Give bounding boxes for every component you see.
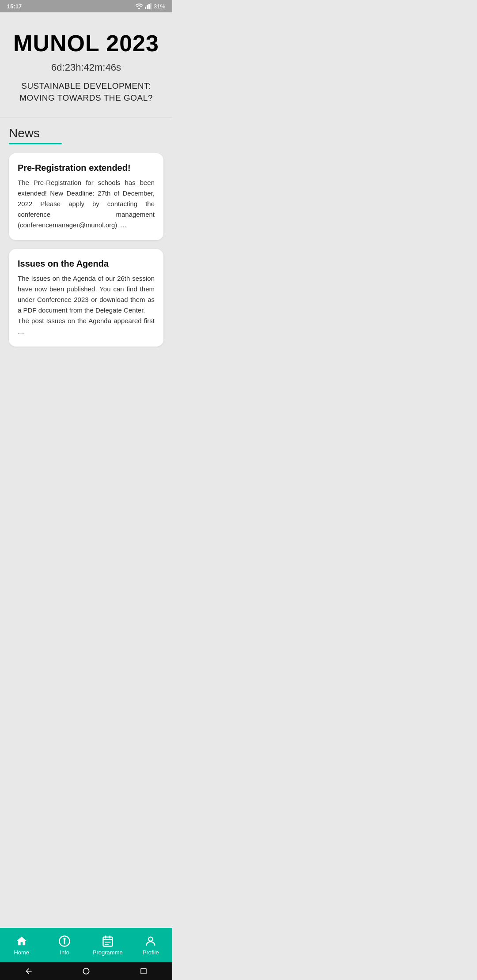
status-icons: 31% bbox=[135, 3, 165, 10]
divider bbox=[0, 117, 172, 117]
news-card-2[interactable]: Issues on the Agenda The Issues on the A… bbox=[9, 249, 163, 347]
svg-rect-3 bbox=[150, 3, 151, 9]
news-card-2-title: Issues on the Agenda bbox=[18, 259, 155, 269]
news-underline bbox=[9, 143, 62, 144]
svg-rect-0 bbox=[145, 7, 146, 9]
svg-rect-2 bbox=[148, 4, 150, 9]
app-title: MUNOL 2023 bbox=[9, 30, 163, 57]
news-card-1-title: Pre-Registration extended! bbox=[18, 163, 155, 173]
svg-rect-1 bbox=[147, 5, 148, 9]
status-time: 15:17 bbox=[7, 3, 22, 10]
news-section: News Pre-Registration extended! The Pre-… bbox=[0, 126, 172, 355]
tagline: SUSTAINABLE DEVELOPMENT:MOVING TOWARDS T… bbox=[9, 80, 163, 104]
header-section: MUNOL 2023 6d:23h:42m:46s SUSTAINABLE DE… bbox=[0, 12, 172, 117]
battery-level: 31% bbox=[154, 3, 165, 10]
status-bar: 15:17 31% bbox=[0, 0, 172, 12]
main-content: MUNOL 2023 6d:23h:42m:46s SUSTAINABLE DE… bbox=[0, 12, 172, 391]
news-header: News bbox=[9, 126, 163, 144]
news-card-1-body: The Pre-Registration for schools has bee… bbox=[18, 177, 155, 230]
news-card-2-body: The Issues on the Agenda of our 26th ses… bbox=[18, 273, 155, 337]
countdown-timer: 6d:23h:42m:46s bbox=[9, 62, 163, 73]
news-card-1[interactable]: Pre-Registration extended! The Pre-Regis… bbox=[9, 153, 163, 240]
news-section-title: News bbox=[9, 126, 163, 140]
